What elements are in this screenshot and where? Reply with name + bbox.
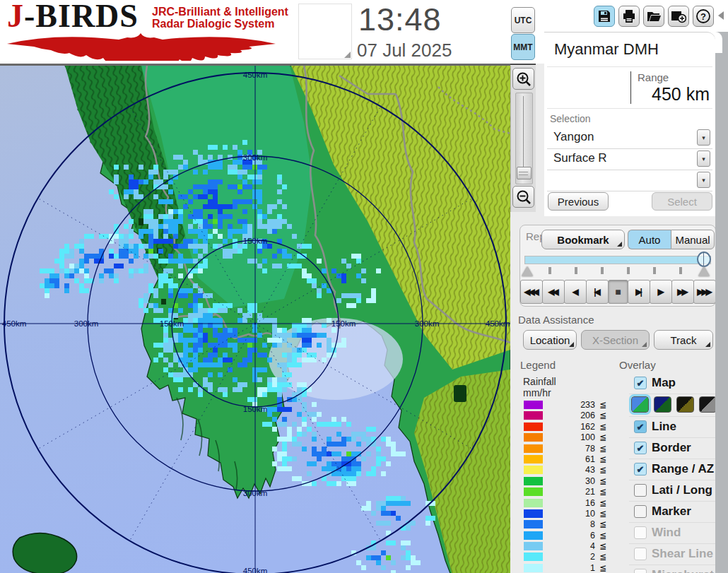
legend-value: 10 xyxy=(585,509,595,519)
replay-slider-track[interactable] xyxy=(524,256,711,264)
legend-swatch xyxy=(524,411,543,420)
slider-end-marker-icon[interactable] xyxy=(698,266,710,276)
utc-button[interactable]: UTC xyxy=(511,7,535,33)
playback-button-play-back[interactable]: ◀ xyxy=(564,280,587,304)
map-style-swatch-2[interactable] xyxy=(654,396,671,413)
less-equal-icon: ≦ xyxy=(599,519,606,529)
slider-tick xyxy=(548,267,551,274)
zoom-out-button[interactable] xyxy=(512,186,534,208)
checkbox-icon[interactable] xyxy=(634,505,647,518)
help-button[interactable]: ? xyxy=(693,6,714,27)
auto-button[interactable]: Auto xyxy=(628,230,671,249)
overlay-item-lati-long[interactable]: Lati / Long xyxy=(629,480,715,502)
overlay-item-range-az[interactable]: ✔Range / AZ xyxy=(629,459,715,480)
legend-entry: 8≦ xyxy=(523,519,615,530)
checkbox-icon xyxy=(634,526,647,539)
playback-button-rewind[interactable]: ◀◀ xyxy=(542,280,565,304)
app-logo-title: J-BIRDS xyxy=(7,0,139,35)
overlay-item-label: Shear Line xyxy=(652,547,713,561)
location-button[interactable]: Location xyxy=(523,330,577,350)
range-box: Range 450 km xyxy=(547,66,712,109)
xsection-button[interactable]: X-Section xyxy=(581,330,650,350)
range-ring-label: 450km xyxy=(2,319,27,328)
less-equal-icon: ≦ xyxy=(599,487,606,497)
less-equal-icon: ≦ xyxy=(599,498,606,508)
checkbox-icon xyxy=(634,548,647,560)
legend-value: 61 xyxy=(585,454,595,464)
checkbox-icon[interactable] xyxy=(634,484,647,497)
playback-button-step-forward[interactable]: ▶| xyxy=(628,280,650,304)
legend-value: 100 xyxy=(580,432,595,442)
overlay-item-map[interactable]: ✔Map xyxy=(629,373,715,394)
replay-slider-handle[interactable] xyxy=(697,252,711,267)
legend-entry: 6≦ xyxy=(523,531,615,541)
map-style-swatch-4[interactable] xyxy=(699,396,717,413)
legend-swatch xyxy=(524,401,543,409)
capture-icon xyxy=(671,9,686,23)
playback-button-fast-forward[interactable]: ▶▶▶ xyxy=(693,280,716,304)
less-equal-icon: ≦ xyxy=(599,400,606,410)
checked-checkbox-icon[interactable]: ✔ xyxy=(634,377,647,389)
map-style-swatch-1[interactable] xyxy=(631,396,649,413)
selection-dropdown-site[interactable]: Yangon ▾ xyxy=(547,127,712,149)
mmt-button[interactable]: MMT xyxy=(511,34,535,60)
overlay-item-label: Lati / Long xyxy=(652,483,712,497)
legend-entry: 30≦ xyxy=(523,476,615,487)
playback-button-play[interactable]: ▶ xyxy=(650,280,672,304)
selection-dropdown-product[interactable]: Surface R ▾ xyxy=(547,148,712,170)
playback-button-stop[interactable]: ■ xyxy=(608,280,628,304)
location-label: Location xyxy=(530,334,570,346)
zoom-slider-track[interactable] xyxy=(515,93,533,184)
playback-button-fast-rewind[interactable]: ◀◀◀ xyxy=(520,280,543,304)
slider-start-marker-icon[interactable] xyxy=(522,266,533,276)
help-icon: ? xyxy=(695,8,711,24)
checked-checkbox-icon[interactable]: ✔ xyxy=(634,463,647,475)
chevron-down-icon[interactable]: ▾ xyxy=(697,129,710,146)
less-equal-icon: ≦ xyxy=(599,410,606,420)
print-button[interactable] xyxy=(618,6,640,27)
dropdown-corner-icon xyxy=(642,342,647,347)
legend-value: 2 xyxy=(590,552,595,562)
select-button[interactable]: Select xyxy=(652,192,712,211)
playback-button-forward[interactable]: ▶▶ xyxy=(671,280,694,304)
checked-checkbox-icon[interactable]: ✔ xyxy=(634,442,647,454)
capture-button[interactable] xyxy=(668,6,689,27)
overlay-item-line[interactable]: ✔Line xyxy=(629,417,715,438)
overlay-item-border[interactable]: ✔Border xyxy=(629,438,715,459)
selection-dropdown-extra[interactable]: ▾ xyxy=(547,170,712,191)
logo-tagline: JRC-Brilliant & Intelligent Radar Dialog… xyxy=(152,6,288,30)
zoom-in-icon xyxy=(515,71,532,88)
open-folder-button[interactable] xyxy=(643,6,664,27)
save-button[interactable] xyxy=(594,6,615,27)
map-style-swatch-3[interactable] xyxy=(676,396,694,413)
manual-button[interactable]: Manual xyxy=(671,230,715,249)
bookmark-button[interactable]: Bookmark xyxy=(541,230,625,249)
chevron-down-icon[interactable]: ▾ xyxy=(697,172,710,188)
checkbox-icon xyxy=(634,569,647,573)
legend-entry: 4≦ xyxy=(523,541,615,552)
window-edge-strip xyxy=(715,32,728,573)
checked-checkbox-icon[interactable]: ✔ xyxy=(634,420,647,433)
less-equal-icon: ≦ xyxy=(599,465,606,475)
panel-collapse-arrow-icon[interactable] xyxy=(718,11,724,20)
map-layers: 450km300km150km150km300km450km450km300km… xyxy=(0,66,510,573)
zoom-slider-handle[interactable] xyxy=(517,167,532,179)
legend-entry: 61≦ xyxy=(523,454,615,465)
zoom-in-button[interactable] xyxy=(512,68,534,90)
replay-panel: Replay Bookmark Auto Manual ◀◀◀◀◀◀|◀■▶|▶… xyxy=(519,225,716,307)
previous-button[interactable]: Previous xyxy=(548,192,609,211)
map-zoom-strip xyxy=(510,66,536,212)
legend-value: 6 xyxy=(590,531,595,540)
playback-button-step-back[interactable]: |◀ xyxy=(586,280,609,304)
slider-tick xyxy=(575,267,577,274)
legend-value: 21 xyxy=(585,487,595,497)
track-button[interactable]: Track xyxy=(654,330,713,350)
overlay-item-label: Wind xyxy=(652,526,681,540)
less-equal-icon: ≦ xyxy=(599,541,606,551)
radar-map[interactable]: 450km300km150km150km300km450km450km300km… xyxy=(0,64,510,573)
range-label: Range xyxy=(638,71,669,83)
overlay-item-marker[interactable]: Marker xyxy=(629,502,715,523)
legend-entry: 16≦ xyxy=(523,498,615,509)
chevron-down-icon[interactable]: ▾ xyxy=(697,150,710,167)
xsection-label: X-Section xyxy=(592,334,638,346)
